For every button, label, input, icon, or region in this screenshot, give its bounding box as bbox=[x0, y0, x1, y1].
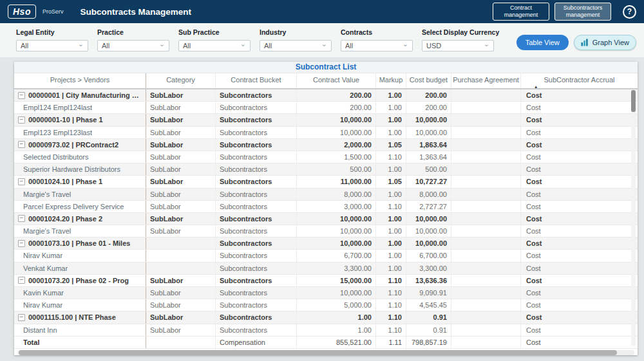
purchase-agreement-cell bbox=[451, 139, 521, 151]
purchase-agreement-cell bbox=[451, 337, 521, 348]
project-row[interactable]: −00001115.100 | NTE PhaseSubLaborSubcont… bbox=[14, 311, 638, 324]
collapse-icon[interactable]: − bbox=[18, 314, 25, 321]
vendor-row[interactable]: Margie's TravelSubLaborSubcontractors10,… bbox=[14, 225, 638, 237]
purchase-agreement-cell bbox=[451, 275, 521, 286]
name-cell: −00001115.100 | NTE Phase bbox=[14, 311, 146, 323]
column-header-cost-budget[interactable]: Cost budget bbox=[406, 73, 451, 88]
markup-cell: 1.00 bbox=[376, 189, 406, 200]
row-label: Parcel Express Delivery Service bbox=[23, 201, 124, 212]
total-row[interactable]: TotalCompensation855,521.001.11798,857.1… bbox=[14, 337, 638, 349]
collapse-icon[interactable]: − bbox=[18, 141, 25, 148]
filter-practice: Practice All ⌄ bbox=[97, 28, 169, 51]
collapse-icon[interactable]: − bbox=[18, 215, 25, 222]
contract-bucket-cell: Subcontractors bbox=[216, 275, 297, 286]
vendor-row[interactable]: Superior Hardware DistributorsSubLaborSu… bbox=[14, 163, 638, 176]
markup-cell: 1.10 bbox=[376, 201, 406, 212]
contract-bucket-cell: Subcontractors bbox=[216, 127, 297, 138]
display-currency-select[interactable]: USD ⌄ bbox=[422, 40, 494, 51]
project-row[interactable]: −00000001-10 | Phase 1SubLaborSubcontrac… bbox=[14, 114, 638, 126]
category-cell: SubLabor bbox=[146, 114, 216, 125]
vendor-row[interactable]: Empl124 Empl124lastSubLaborSubcontractor… bbox=[14, 102, 638, 114]
name-cell: Distant Inn bbox=[14, 324, 146, 336]
purchase-agreement-cell bbox=[451, 89, 521, 101]
legal-entity-select[interactable]: All ⌄ bbox=[16, 40, 88, 51]
purchase-agreement-cell bbox=[451, 250, 521, 261]
markup-cell: 1.00 bbox=[376, 163, 406, 175]
accrual-cell: Cost bbox=[521, 139, 638, 151]
sub-practice-select[interactable]: All ⌄ bbox=[178, 40, 251, 51]
help-button[interactable]: ? bbox=[623, 5, 636, 19]
sub-practice-value: All bbox=[183, 42, 191, 50]
vendor-row[interactable]: Selected DistributorsSubLaborSubcontract… bbox=[14, 151, 638, 163]
industry-select[interactable]: All ⌄ bbox=[260, 40, 332, 51]
collapse-icon[interactable]: − bbox=[18, 116, 25, 124]
contracts-select[interactable]: All ⌄ bbox=[341, 40, 413, 51]
vendor-row[interactable]: Nirav KumarSubLaborSubcontractors5,000.0… bbox=[14, 299, 638, 311]
vendor-row[interactable]: Kavin KumarSubLaborSubcontractors10,000.… bbox=[14, 287, 638, 299]
accrual-cell: Cost bbox=[521, 189, 638, 200]
practice-label: Practice bbox=[97, 28, 169, 36]
column-header-projects-vendors[interactable]: Projects > Vendors bbox=[14, 73, 146, 88]
column-header-markup[interactable]: Markup bbox=[376, 73, 406, 88]
project-row[interactable]: −00001024.10 | Phase 1SubLaborSubcontrac… bbox=[14, 176, 638, 188]
cost-budget-cell: 1,863.64 bbox=[406, 139, 451, 151]
accrual-cell: Cost bbox=[521, 250, 638, 261]
practice-select[interactable]: All ⌄ bbox=[97, 40, 169, 51]
contract-value-cell: 11,000.00 bbox=[297, 176, 376, 187]
row-label: Total bbox=[23, 337, 39, 348]
category-cell: SubLabor bbox=[146, 102, 216, 113]
filter-display-currency: Select Display Currency USD ⌄ bbox=[422, 28, 494, 51]
markup-cell: 1.10 bbox=[376, 151, 406, 163]
vendor-row[interactable]: Margie's TravelSubLaborSubcontractors8,0… bbox=[14, 189, 638, 201]
table-header: Projects > Vendors Category Contract Buc… bbox=[14, 73, 638, 89]
vertical-scrollbar[interactable] bbox=[631, 90, 636, 346]
vendor-row[interactable]: Nirav KumarSubcontractors6,700.001.006,7… bbox=[14, 250, 638, 262]
cost-budget-cell: 0.91 bbox=[406, 324, 451, 336]
contract-bucket-cell: Compensation bbox=[216, 337, 297, 348]
column-header-contract-bucket[interactable]: Contract Bucket bbox=[216, 73, 297, 88]
markup-cell: 1.00 bbox=[376, 89, 406, 101]
vendor-row[interactable]: Distant InnSubLaborSubcontractors1.001.1… bbox=[14, 324, 638, 337]
collapse-icon[interactable]: − bbox=[18, 92, 25, 99]
subcontractors-management-button[interactable]: Subcontractors management bbox=[554, 3, 611, 21]
project-row[interactable]: −00001073.10 | Phase 01 - MilesSubcontra… bbox=[14, 237, 638, 250]
hso-logo: Hso bbox=[8, 5, 36, 19]
filter-bar: Legal Entity All ⌄ Practice All ⌄ Sub Pr… bbox=[0, 23, 644, 58]
collapse-icon[interactable]: − bbox=[18, 277, 25, 284]
project-row[interactable]: −00001024.20 | Phase 2SubLaborSubcontrac… bbox=[14, 213, 638, 225]
column-header-contract-value[interactable]: Contract Value bbox=[297, 73, 376, 88]
project-row[interactable]: −00000973.02 | PRContract2SubLaborSubcon… bbox=[14, 139, 638, 151]
contract-management-button[interactable]: Contract management bbox=[493, 3, 549, 21]
contract-value-cell: 10,000.00 bbox=[297, 287, 376, 299]
main-content: Subcontract List Projects > Vendors Cate… bbox=[0, 58, 644, 355]
table-view-button[interactable]: Table View bbox=[516, 35, 569, 50]
vendor-row[interactable]: Empl123 Empl123lastSubLaborSubcontractor… bbox=[14, 127, 638, 139]
collapse-icon[interactable]: − bbox=[18, 178, 25, 185]
name-cell: −00001024.10 | Phase 1 bbox=[14, 176, 146, 187]
vendor-row[interactable]: Parcel Express Delivery ServiceSubLaborS… bbox=[14, 201, 638, 213]
accrual-cell: Cost bbox=[521, 151, 638, 163]
project-row[interactable]: −00000001 | City Manufacturing 001SubLab… bbox=[14, 89, 638, 102]
top-navigation: Contract management Subcontractors manag… bbox=[493, 3, 636, 21]
row-label: 00001073.20 | Phase 02 - Prog bbox=[28, 275, 129, 286]
contract-value-cell: 200.00 bbox=[297, 102, 376, 113]
column-header-category[interactable]: Category bbox=[146, 73, 216, 88]
column-header-purchase-agreement[interactable]: Purchase Agreement bbox=[451, 73, 521, 88]
name-cell: −00001073.20 | Phase 02 - Prog bbox=[14, 275, 146, 286]
horizontal-scrollbar-thumb[interactable] bbox=[19, 350, 617, 355]
column-header-subcontractor-accrual[interactable]: SubContractor Accrual ▲ bbox=[521, 73, 638, 88]
filter-industry: Industry All ⌄ bbox=[260, 28, 332, 51]
chevron-down-icon: ⌄ bbox=[159, 40, 165, 48]
chevron-down-icon: ⌄ bbox=[240, 40, 246, 48]
sub-practice-label: Sub Practice bbox=[178, 28, 251, 36]
graph-view-button[interactable]: Graph View bbox=[574, 35, 636, 50]
view-toggle: Table View Graph View bbox=[516, 28, 636, 51]
horizontal-scrollbar[interactable] bbox=[17, 350, 634, 355]
project-row[interactable]: −00001073.20 | Phase 02 - ProgSubLaborSu… bbox=[14, 275, 638, 287]
chevron-down-icon: ⌄ bbox=[402, 40, 408, 48]
vertical-scrollbar-thumb[interactable] bbox=[631, 90, 636, 112]
collapse-icon[interactable]: − bbox=[18, 240, 25, 247]
purchase-agreement-cell bbox=[451, 176, 521, 187]
contract-value-cell: 3,300.00 bbox=[297, 263, 376, 274]
vendor-row[interactable]: Venkat KumarSubcontractors3,300.001.003,… bbox=[14, 263, 638, 275]
